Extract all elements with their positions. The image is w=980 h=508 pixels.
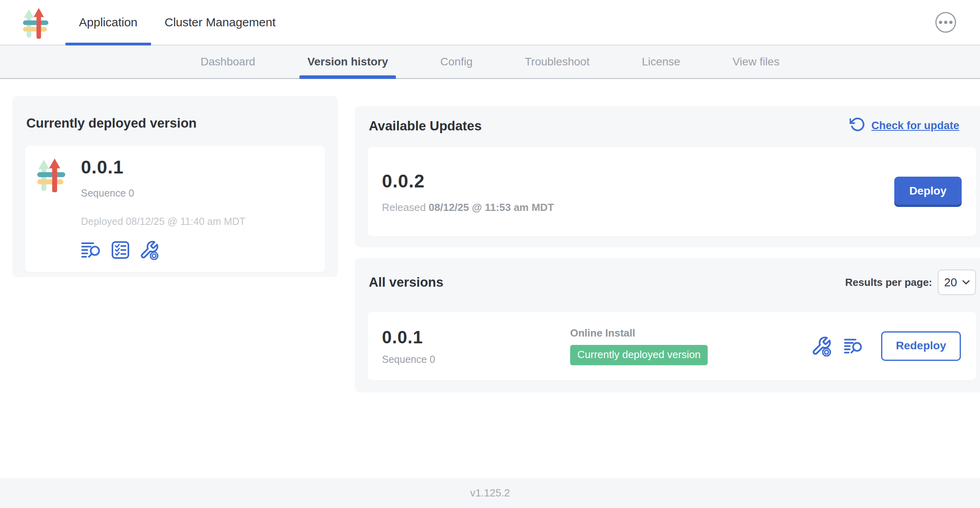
app-logo-icon <box>22 7 49 39</box>
row-version-number: 0.0.1 <box>382 327 570 347</box>
top-header: Application Cluster Management <box>0 0 980 45</box>
subnav-item-troubleshoot[interactable]: Troubleshoot <box>525 45 589 78</box>
view-logs-icon[interactable] <box>81 241 102 259</box>
app-icon <box>36 157 66 191</box>
released-date: 08/12/25 @ 11:53 am MDT <box>429 201 554 213</box>
view-logs-icon[interactable] <box>844 337 864 355</box>
row-actions: Redeploy <box>811 331 961 361</box>
currently-deployed-badge: Currently deployed version <box>570 345 708 365</box>
row-install-type: Online Install <box>570 327 811 339</box>
tab-application[interactable]: Application <box>65 0 151 45</box>
preflight-checks-icon[interactable] <box>111 241 130 259</box>
update-version-number: 0.0.2 <box>382 170 554 192</box>
subnav-item-config[interactable]: Config <box>440 45 472 78</box>
app-subnav: Dashboard Version history Config Trouble… <box>0 45 980 79</box>
deployed-timestamp: Deployed 08/12/25 @ 11:40 am MDT <box>81 216 246 227</box>
all-versions-panel: All versions Results per page: 20 0.0.1 … <box>355 258 980 392</box>
main-content: Currently deployed version 0.0.1 Sequenc… <box>0 79 980 478</box>
redeploy-button[interactable]: Redeploy <box>881 331 961 361</box>
released-label: Released <box>382 201 426 213</box>
deployed-version-card: 0.0.1 Sequence 0 Deployed 08/12/25 @ 11:… <box>25 146 325 272</box>
edit-config-icon[interactable] <box>811 336 832 356</box>
currently-deployed-panel: Currently deployed version 0.0.1 Sequenc… <box>12 96 338 277</box>
refresh-icon <box>850 116 866 135</box>
app-footer: v1.125.2 <box>0 478 980 508</box>
row-sequence: Sequence 0 <box>382 354 570 365</box>
row-version-block: 0.0.1 Sequence 0 <box>382 327 570 365</box>
edit-config-icon[interactable] <box>139 240 159 260</box>
check-for-update-label: Check for update <box>871 120 959 132</box>
tab-cluster-management-label: Cluster Management <box>165 16 276 29</box>
subnav-item-dashboard[interactable]: Dashboard <box>201 45 255 78</box>
results-per-page-group: Results per page: 20 <box>845 270 976 295</box>
deployed-version-number: 0.0.1 <box>81 156 246 178</box>
version-row: 0.0.1 Sequence 0 Online Install Currentl… <box>368 312 976 380</box>
results-per-page-select[interactable]: 20 <box>938 270 976 295</box>
available-updates-title: Available Updates <box>369 118 482 134</box>
subnav-item-version-history[interactable]: Version history <box>307 45 388 78</box>
deployed-version-details: 0.0.1 Sequence 0 Deployed 08/12/25 @ 11:… <box>81 156 246 260</box>
ellipsis-menu-icon[interactable] <box>935 12 956 33</box>
update-released-line: Released 08/12/25 @ 11:53 am MDT <box>382 201 554 214</box>
results-per-page-value: 20 <box>944 276 957 289</box>
tab-application-label: Application <box>79 16 138 29</box>
console-version-label: v1.125.2 <box>470 487 510 499</box>
update-details: 0.0.2 Released 08/12/25 @ 11:53 am MDT <box>382 170 554 214</box>
subnav-item-license[interactable]: License <box>642 45 681 78</box>
available-updates-panel: Available Updates Check for update 0.0.2… <box>355 106 980 247</box>
deployed-sequence: Sequence 0 <box>81 187 246 199</box>
row-status-block: Online Install Currently deployed versio… <box>570 327 811 365</box>
subnav-item-view-files[interactable]: View files <box>732 45 779 78</box>
top-tab-bar: Application Cluster Management <box>65 0 289 45</box>
all-versions-title: All versions <box>369 275 443 290</box>
currently-deployed-title: Currently deployed version <box>26 116 325 131</box>
update-card: 0.0.2 Released 08/12/25 @ 11:53 am MDT D… <box>368 147 976 236</box>
right-column: Available Updates Check for update 0.0.2… <box>355 79 980 392</box>
check-for-update-link[interactable]: Check for update <box>850 116 959 135</box>
deploy-button[interactable]: Deploy <box>894 177 962 207</box>
chevron-down-icon <box>960 276 972 288</box>
tab-cluster-management[interactable]: Cluster Management <box>151 0 289 45</box>
deployed-action-icons <box>81 240 246 260</box>
results-per-page-label: Results per page: <box>845 276 932 289</box>
